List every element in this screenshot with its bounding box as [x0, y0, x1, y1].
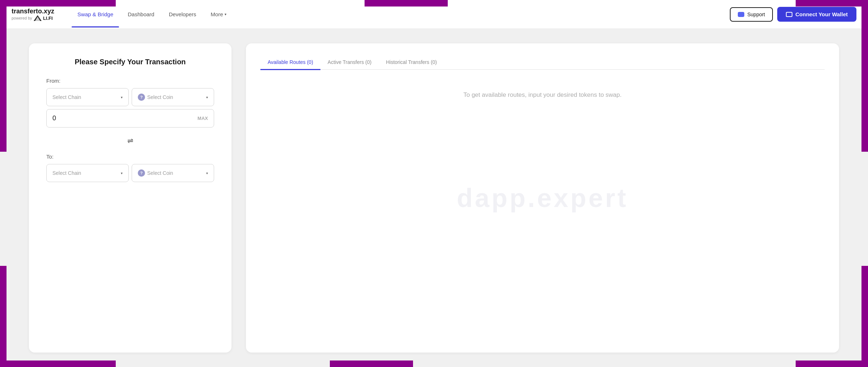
- to-coin-selector[interactable]: ? Select Coin ▾: [132, 164, 214, 182]
- nav-more[interactable]: More ▾: [205, 8, 232, 20]
- border-decoration-bottom-left: [0, 360, 116, 367]
- max-button[interactable]: MAX: [197, 116, 208, 121]
- from-coin-selector[interactable]: ? Select Coin ▾: [132, 88, 214, 106]
- transaction-panel: Please Specify Your Transaction From: Se…: [29, 43, 231, 353]
- border-decoration-right-top: [861, 0, 868, 152]
- border-decoration-right-bottom: [861, 266, 868, 367]
- lifi-label: LI.FI: [43, 16, 53, 21]
- panel-title: Please Specify Your Transaction: [46, 58, 214, 66]
- tab-active-transfers[interactable]: Active Transfers (0): [320, 55, 379, 69]
- wallet-icon: [786, 12, 792, 17]
- amount-value: 0: [52, 115, 56, 122]
- border-decoration-left-bottom: [0, 266, 7, 367]
- swap-arrow-container: ⇌: [46, 136, 214, 145]
- coin-question-icon: ?: [138, 94, 145, 101]
- to-chain-chevron-icon: ▾: [121, 171, 123, 175]
- chain-chevron-icon: ▾: [121, 95, 123, 99]
- nav-developers[interactable]: Developers: [163, 8, 202, 20]
- border-decoration-bottom-center: [330, 360, 413, 367]
- navbar-actions: Support Connect Your Wallet: [730, 7, 856, 22]
- from-section: From: Select Chain ▾ ? Select Coin ▾ 0 M…: [46, 78, 214, 128]
- routes-panel: Available Routes (0) Active Transfers (0…: [246, 43, 839, 353]
- connect-wallet-button[interactable]: Connect Your Wallet: [777, 7, 856, 22]
- support-button[interactable]: Support: [730, 7, 773, 22]
- coin-chevron-icon: ▾: [206, 95, 208, 99]
- tab-historical-transfers[interactable]: Historical Transfers (0): [379, 55, 444, 69]
- lifi-icon: [34, 15, 42, 21]
- from-chain-selector[interactable]: Select Chain ▾: [46, 88, 129, 106]
- brand-name: transferto.xyz: [12, 8, 54, 15]
- border-decoration-left-top: [0, 0, 7, 152]
- to-selectors-row: Select Chain ▾ ? Select Coin ▾: [46, 164, 214, 182]
- routes-empty-message: To get available routes, input your desi…: [260, 91, 825, 99]
- from-selectors-row: Select Chain ▾ ? Select Coin ▾: [46, 88, 214, 106]
- tabs-row: Available Routes (0) Active Transfers (0…: [260, 55, 825, 70]
- to-coin-chevron-icon: ▾: [206, 171, 208, 175]
- watermark: dapp.expert: [457, 183, 628, 213]
- swap-arrows-button[interactable]: ⇌: [127, 136, 133, 145]
- border-decoration-top-center: [365, 0, 448, 7]
- border-decoration-top-left: [0, 0, 116, 7]
- tab-available-routes[interactable]: Available Routes (0): [260, 55, 320, 69]
- to-chain-selector[interactable]: Select Chain ▾: [46, 164, 129, 182]
- chevron-down-icon: ▾: [225, 12, 226, 16]
- brand: transferto.xyz powered by LI.FI: [12, 8, 54, 21]
- to-label: To:: [46, 154, 214, 160]
- amount-input-container[interactable]: 0 MAX: [46, 109, 214, 128]
- discord-icon: [738, 12, 744, 17]
- nav-dashboard[interactable]: Dashboard: [122, 8, 160, 20]
- to-coin-question-icon: ?: [138, 169, 145, 177]
- brand-powered-by: powered by LI.FI: [12, 15, 54, 21]
- main-content: Please Specify Your Transaction From: Se…: [0, 29, 868, 367]
- nav-swap-bridge[interactable]: Swap & Bridge: [72, 8, 119, 20]
- border-decoration-top-right: [796, 0, 868, 7]
- border-decoration-bottom-right: [796, 360, 868, 367]
- navbar-nav: Swap & Bridge Dashboard Developers More …: [72, 8, 730, 20]
- from-label: From:: [46, 78, 214, 84]
- to-section: To: Select Chain ▾ ? Select Coin ▾: [46, 154, 214, 182]
